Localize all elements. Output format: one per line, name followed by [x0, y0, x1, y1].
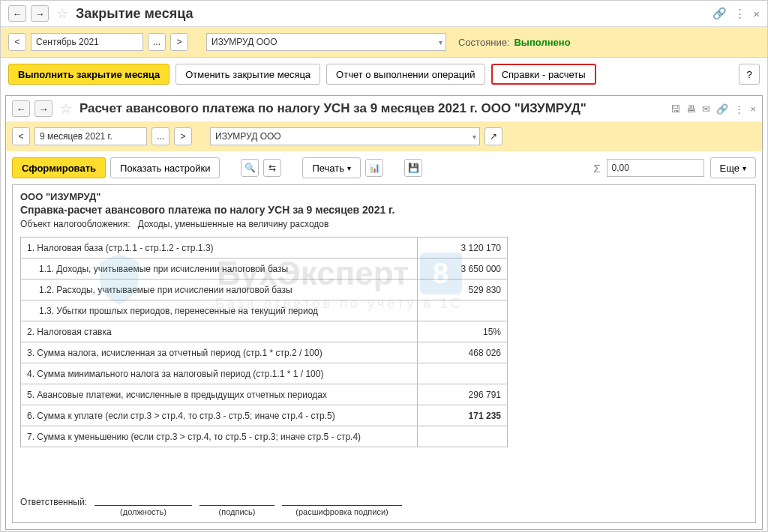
- chevron-down-icon: ▾: [472, 133, 476, 141]
- row-label: 1.2. Расходы, учитываемые при исчислении…: [21, 279, 418, 300]
- state-label: Состояние:: [458, 37, 509, 48]
- row-value: 3 120 170: [418, 238, 508, 259]
- inner-period-next[interactable]: >: [174, 127, 192, 145]
- period-bar: < Сентябрь 2021 ... > ИЗУМРУД ООО ▾ Сост…: [1, 27, 767, 58]
- row-label: 5. Авансовые платежи, исчисленные в пред…: [21, 384, 418, 405]
- row-label: 1.1. Доходы, учитываемые при исчислении …: [21, 259, 418, 279]
- inner-period-more[interactable]: ...: [152, 127, 170, 145]
- save-icon[interactable]: 🖫: [670, 103, 680, 115]
- report-heading: Справка-расчет авансового платежа по нал…: [20, 204, 748, 216]
- row-label: 7. Сумма к уменьшению (если стр.3 > стр.…: [21, 426, 418, 447]
- row-value: 529 830: [418, 279, 508, 300]
- sum-input[interactable]: 0,00: [607, 159, 704, 177]
- execute-button[interactable]: Выполнить закрытие месяца: [8, 64, 170, 85]
- row-value: 3 650 000: [418, 259, 508, 279]
- sigma-icon: Σ: [593, 162, 600, 175]
- row-value: 296 791: [418, 384, 508, 405]
- inner-period-input[interactable]: 9 месяцев 2021 г.: [34, 127, 147, 145]
- star-icon[interactable]: ☆: [56, 5, 68, 22]
- state-value: Выполнено: [514, 37, 570, 48]
- mail-icon[interactable]: ✉: [702, 103, 710, 115]
- inner-org-input[interactable]: ИЗУМРУД ООО ▾: [210, 127, 480, 145]
- table-row: 4. Сумма минимального налога за налоговы…: [21, 363, 508, 384]
- table-row: 6. Сумма к уплате (если стр.3 > стр.4, т…: [21, 405, 508, 426]
- window-header: ← → ☆ Закрытие месяца 🔗 ⋮ ×: [1, 1, 767, 27]
- chart-icon[interactable]: 📊: [365, 159, 383, 177]
- print-button[interactable]: Печать ▾: [302, 157, 361, 178]
- window-title: Закрытие месяца: [76, 6, 193, 22]
- more-button[interactable]: Еще ▾: [710, 157, 756, 178]
- row-label: 2. Налоговая ставка: [21, 321, 418, 342]
- period-next-button[interactable]: >: [170, 33, 188, 51]
- sign-position-line: [94, 495, 192, 506]
- period-prev-button[interactable]: <: [8, 33, 26, 51]
- print-icon[interactable]: 🖶: [686, 103, 696, 115]
- chevron-down-icon: ▾: [439, 38, 442, 46]
- report-body: БухЭксперт8 База ответов по учету в 1С О…: [12, 184, 756, 523]
- table-row: 1. Налоговая база (стр.1.1 - стр.1.2 - с…: [21, 238, 508, 259]
- disk-icon[interactable]: 💾: [404, 159, 422, 177]
- row-value: 468 026: [418, 342, 508, 363]
- show-settings-button[interactable]: Показать настройки: [110, 157, 220, 178]
- row-label: 4. Сумма минимального налога за налоговы…: [21, 363, 418, 384]
- sign-label: Ответственный:: [20, 495, 87, 507]
- inner-close-icon[interactable]: ×: [750, 103, 756, 115]
- cancel-button[interactable]: Отменить закрытие месяца: [176, 64, 320, 85]
- inner-title: Расчет авансового платежа по налогу УСН …: [80, 101, 586, 116]
- close-icon[interactable]: ×: [753, 7, 760, 20]
- row-value: [418, 300, 508, 321]
- toolbar: Выполнить закрытие месяца Отменить закры…: [1, 58, 767, 91]
- table-row: 1.3. Убытки прошлых периодов, перенесенн…: [21, 300, 508, 321]
- table-row: 1.2. Расходы, учитываемые при исчислении…: [21, 279, 508, 300]
- row-value: 15%: [418, 321, 508, 342]
- row-label: 1. Налоговая база (стр.1.1 - стр.1.2 - с…: [21, 238, 418, 259]
- row-label: 3. Сумма налога, исчисленная за отчетный…: [21, 342, 418, 363]
- report-button[interactable]: Отчет о выполнении операций: [326, 64, 485, 85]
- row-label: 6. Сумма к уплате (если стр.3 > стр.4, т…: [21, 405, 418, 426]
- help-button[interactable]: ?: [739, 64, 760, 85]
- inner-back-button[interactable]: ←: [12, 100, 30, 117]
- period-more-button[interactable]: ...: [148, 33, 166, 51]
- inner-period-bar: < 9 месяцев 2021 г. ... > ИЗУМРУД ООО ▾ …: [6, 121, 762, 151]
- link-icon[interactable]: 🔗: [716, 103, 728, 115]
- kebab-icon[interactable]: ⋮: [734, 7, 746, 20]
- sign-decipher-line: [282, 495, 402, 506]
- table-row: 7. Сумма к уменьшению (если стр.3 > стр.…: [21, 426, 508, 447]
- row-label: 1.3. Убытки прошлых периодов, перенесенн…: [21, 300, 418, 321]
- link-icon[interactable]: 🔗: [712, 7, 727, 20]
- report-company: ООО "ИЗУМРУД": [20, 191, 748, 202]
- table-row: 2. Налоговая ставка15%: [21, 321, 508, 342]
- table-row: 3. Сумма налога, исчисленная за отчетный…: [21, 342, 508, 363]
- inner-header: ← → ☆ Расчет авансового платежа по налог…: [6, 96, 762, 121]
- signature-row: Ответственный: (должность) (подпись) (ра…: [20, 495, 402, 516]
- inner-window: ← → ☆ Расчет авансового платежа по налог…: [5, 95, 763, 530]
- row-value: 171 235: [418, 405, 508, 426]
- inner-toolbar: Сформировать Показать настройки 🔍 ⇆ Печа…: [6, 151, 762, 184]
- forward-button[interactable]: →: [31, 5, 49, 22]
- form-button[interactable]: Сформировать: [12, 157, 106, 178]
- row-value: [418, 426, 508, 447]
- table-row: 1.1. Доходы, учитываемые при исчислении …: [21, 259, 508, 279]
- inner-star-icon[interactable]: ☆: [60, 100, 72, 117]
- table-row: 5. Авансовые платежи, исчисленные в пред…: [21, 384, 508, 405]
- sign-signature-line: [200, 495, 274, 506]
- refs-button[interactable]: Справки - расчеты: [491, 64, 596, 85]
- kebab-icon[interactable]: ⋮: [734, 103, 744, 115]
- inner-period-prev[interactable]: <: [12, 127, 30, 145]
- collapse-icon[interactable]: ⇆: [263, 159, 281, 177]
- inner-org-open[interactable]: ↗: [484, 127, 502, 145]
- row-value: [418, 363, 508, 384]
- inner-forward-button[interactable]: →: [34, 100, 52, 117]
- period-input[interactable]: Сентябрь 2021: [31, 33, 143, 51]
- report-table: 1. Налоговая база (стр.1.1 - стр.1.2 - с…: [20, 237, 508, 447]
- org-input[interactable]: ИЗУМРУД ООО ▾: [206, 33, 446, 51]
- report-object: Объект налогообложения: Доходы, уменьшен…: [20, 219, 748, 229]
- search-icon[interactable]: 🔍: [241, 159, 259, 177]
- back-button[interactable]: ←: [8, 5, 26, 22]
